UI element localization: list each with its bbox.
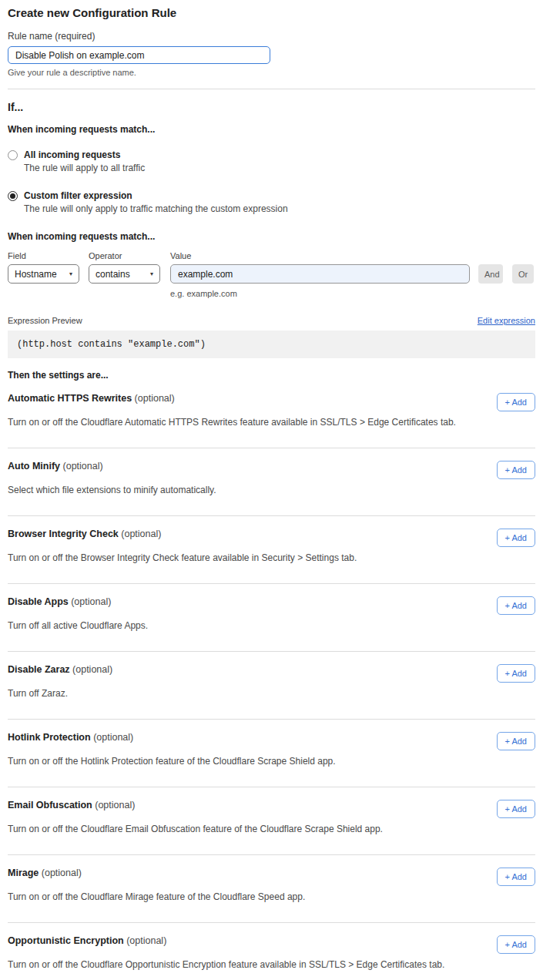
setting-optional: (optional) xyxy=(91,732,134,743)
setting-item-opportunistic-encryption: Opportunistic Encryption (optional) + Ad… xyxy=(8,923,535,980)
radio-description: The rule will apply to all traffic xyxy=(24,163,145,173)
setting-name: Auto Minify xyxy=(8,461,60,472)
operator-column-label: Operator xyxy=(89,251,170,260)
setting-item-disable-zaraz: Disable Zaraz (optional) + Add Turn off … xyxy=(8,652,535,720)
if-heading: If... xyxy=(8,101,535,113)
setting-name: Opportunistic Encryption xyxy=(8,935,124,946)
radio-label: Custom filter expression xyxy=(24,190,288,201)
radio-unselected-icon[interactable] xyxy=(8,150,18,160)
add-button[interactable]: + Add xyxy=(497,868,535,886)
rule-name-input[interactable] xyxy=(8,46,270,64)
field-select-value: Hostname xyxy=(15,269,57,280)
and-button[interactable]: And xyxy=(478,264,503,284)
setting-item-email-obfuscation: Email Obfuscation (optional) + Add Turn … xyxy=(8,787,535,855)
add-button[interactable]: + Add xyxy=(497,529,535,547)
value-input[interactable] xyxy=(170,264,470,284)
setting-item-disable-apps: Disable Apps (optional) + Add Turn off a… xyxy=(8,584,535,652)
add-button[interactable]: + Add xyxy=(497,596,535,615)
request-match-radio-group: All incoming requests The rule will appl… xyxy=(8,149,535,214)
setting-item-auto-minify: Auto Minify (optional) + Add Select whic… xyxy=(8,448,535,516)
setting-description: Turn on or off the Cloudflare Automatic … xyxy=(8,417,535,428)
setting-name: Mirage xyxy=(8,868,39,878)
setting-title: Auto Minify (optional) xyxy=(8,461,103,472)
value-helper: e.g. example.com xyxy=(170,289,535,299)
add-button[interactable]: + Add xyxy=(497,800,535,818)
setting-name: Disable Apps xyxy=(8,596,69,607)
setting-optional: (optional) xyxy=(119,529,162,539)
setting-item-hotlink-protection: Hotlink Protection (optional) + Add Turn… xyxy=(8,720,535,787)
setting-title: Disable Zaraz (optional) xyxy=(8,664,112,676)
builder-heading: When incoming requests match... xyxy=(8,231,535,242)
radio-description: The rule will only apply to traffic matc… xyxy=(24,203,288,214)
setting-optional: (optional) xyxy=(132,393,175,404)
add-button[interactable]: + Add xyxy=(497,732,535,750)
builder-column-labels: Field Operator Value xyxy=(8,251,535,260)
rule-name-label: Rule name (required) xyxy=(8,31,535,42)
add-button[interactable]: + Add xyxy=(497,935,535,954)
setting-title: Disable Apps (optional) xyxy=(8,596,111,608)
setting-optional: (optional) xyxy=(39,868,82,878)
setting-name: Email Obfuscation xyxy=(8,800,92,811)
setting-description: Turn on or off the Cloudflare Mirage fea… xyxy=(8,891,535,902)
create-configuration-rule-page: Create new Configuration Rule Rule name … xyxy=(0,0,543,980)
setting-description: Turn off all active Cloudflare Apps. xyxy=(8,620,535,631)
edit-expression-link[interactable]: Edit expression xyxy=(478,316,535,325)
or-button[interactable]: Or xyxy=(512,264,534,284)
match-heading: When incoming requests match... xyxy=(8,124,535,135)
operator-select-value: contains xyxy=(96,269,130,280)
radio-label: All incoming requests xyxy=(24,149,145,160)
setting-name: Disable Zaraz xyxy=(8,664,70,675)
page-title: Create new Configuration Rule xyxy=(8,6,535,20)
expression-preview-code: (http.host contains "example.com") xyxy=(8,331,535,358)
expression-builder-row: Hostname ▾ contains ▾ And Or xyxy=(8,264,535,284)
setting-description: Turn on or off the Cloudflare Opportunis… xyxy=(8,959,535,970)
setting-description: Turn on or off the Hotlink Protection fe… xyxy=(8,756,535,767)
field-select[interactable]: Hostname ▾ xyxy=(8,264,79,284)
radio-option-text: Custom filter expression The rule will o… xyxy=(24,190,288,214)
setting-description: Turn on or off the Cloudflare Email Obfu… xyxy=(8,824,535,834)
setting-name: Browser Integrity Check xyxy=(8,529,119,539)
radio-selected-icon[interactable] xyxy=(8,191,18,201)
setting-optional: (optional) xyxy=(60,461,103,472)
field-column-label: Field xyxy=(8,251,89,260)
setting-title: Email Obfuscation (optional) xyxy=(8,800,135,811)
value-column-label: Value xyxy=(170,251,191,260)
rule-name-helper: Give your rule a descriptive name. xyxy=(8,68,535,78)
setting-item-mirage: Mirage (optional) + Add Turn on or off t… xyxy=(8,855,535,923)
add-button[interactable]: + Add xyxy=(497,664,535,683)
setting-name: Automatic HTTPS Rewrites xyxy=(8,393,132,404)
expression-preview-header: Expression Preview Edit expression xyxy=(8,316,535,325)
setting-title: Opportunistic Encryption (optional) xyxy=(8,935,166,947)
setting-optional: (optional) xyxy=(70,664,113,675)
radio-option-custom-expression[interactable]: Custom filter expression The rule will o… xyxy=(8,190,535,214)
expression-preview-label: Expression Preview xyxy=(8,316,82,325)
setting-name: Hotlink Protection xyxy=(8,732,91,743)
setting-optional: (optional) xyxy=(69,596,112,607)
setting-title: Mirage (optional) xyxy=(8,868,82,879)
setting-optional: (optional) xyxy=(124,935,167,946)
chevron-down-icon: ▾ xyxy=(150,271,153,277)
setting-item-automatic-https-rewrites: Automatic HTTPS Rewrites (optional) + Ad… xyxy=(8,381,535,448)
setting-title: Browser Integrity Check (optional) xyxy=(8,529,161,540)
chevron-down-icon: ▾ xyxy=(69,271,72,277)
operator-select[interactable]: contains ▾ xyxy=(89,264,160,284)
setting-description: Turn off Zaraz. xyxy=(8,688,535,699)
section-divider xyxy=(8,89,535,89)
setting-title: Automatic HTTPS Rewrites (optional) xyxy=(8,393,175,404)
then-settings-heading: Then the settings are... xyxy=(8,370,535,381)
setting-optional: (optional) xyxy=(92,800,136,811)
setting-item-browser-integrity-check: Browser Integrity Check (optional) + Add… xyxy=(8,516,535,584)
setting-description: Select which file extensions to minify a… xyxy=(8,485,535,495)
add-button[interactable]: + Add xyxy=(497,461,535,479)
add-button[interactable]: + Add xyxy=(497,393,535,411)
radio-option-all-requests[interactable]: All incoming requests The rule will appl… xyxy=(8,149,535,173)
setting-description: Turn on or off the Browser Integrity Che… xyxy=(8,552,535,563)
radio-option-text: All incoming requests The rule will appl… xyxy=(24,149,145,173)
setting-title: Hotlink Protection (optional) xyxy=(8,732,133,743)
settings-list: Automatic HTTPS Rewrites (optional) + Ad… xyxy=(8,381,535,980)
